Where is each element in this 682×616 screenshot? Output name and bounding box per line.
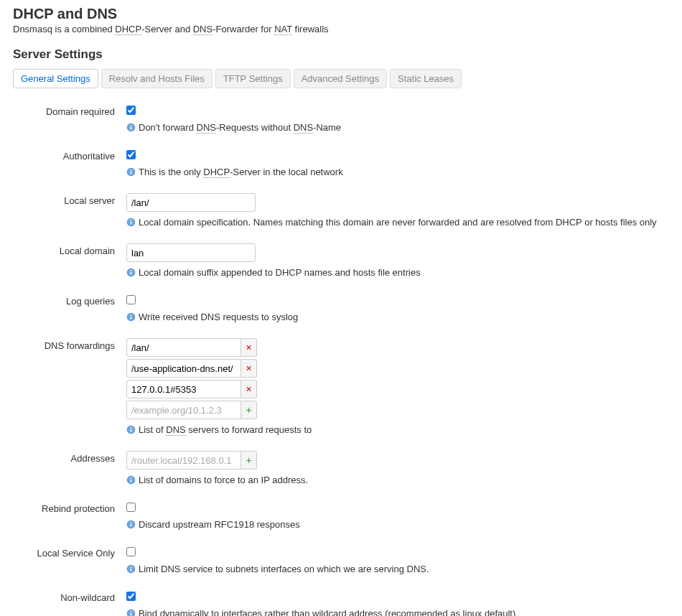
hint-addresses: List of domains to force to an IP addres… [139, 475, 308, 485]
input-dns-forwardings-2[interactable] [126, 380, 241, 398]
checkbox-non-wildcard[interactable] [126, 592, 136, 601]
tab-static-leases[interactable]: Static Leases [390, 69, 462, 88]
tab-general-settings[interactable]: General Settings [13, 69, 98, 88]
label-local-server: Local server [13, 193, 126, 206]
remove-button[interactable]: × [241, 359, 257, 378]
label-local-service-only: Local Service Only [13, 546, 126, 559]
tab-advanced-settings[interactable]: Advanced Settings [294, 69, 387, 88]
checkbox-domain-required[interactable] [126, 106, 136, 115]
info-icon [126, 475, 136, 485]
add-button[interactable]: + [241, 401, 257, 419]
input-dns-forwardings-1[interactable] [126, 359, 241, 378]
abbr-nat: NAT [274, 24, 292, 35]
label-dns-forwardings: DNS forwardings [13, 338, 126, 351]
label-authoritative: Authoritative [13, 149, 126, 162]
label-rebind-protection: Rebind protection [13, 501, 126, 514]
info-icon [126, 167, 136, 177]
page-title: DHCP and DNS [13, 6, 669, 22]
remove-button[interactable]: × [241, 380, 257, 398]
hint-non-wildcard: Bind dynamically to interfaces rather th… [139, 608, 515, 616]
hint-log-queries: Write received DNS requests to syslog [139, 312, 298, 322]
info-icon [126, 123, 136, 132]
label-non-wildcard: Non-wildcard [13, 590, 126, 603]
tab-resolv-hosts[interactable]: Resolv and Hosts Files [101, 69, 212, 88]
info-icon [126, 218, 136, 227]
remove-button[interactable]: × [241, 338, 257, 357]
checkbox-authoritative[interactable] [126, 150, 136, 159]
label-domain-required: Domain required [13, 104, 126, 117]
info-icon [126, 564, 136, 574]
info-icon [126, 609, 136, 616]
hint-local-domain: Local domain suffix appended to DHCP nam… [139, 267, 421, 278]
server-settings-title: Server Settings [13, 47, 669, 62]
page-description: Dnsmasq is a combined DHCP-Server and DN… [13, 24, 669, 34]
hint-local-service-only: Limit DNS service to subnets interfaces … [139, 564, 429, 574]
abbr-dhcp: DHCP [115, 24, 141, 35]
checkbox-rebind-protection[interactable] [126, 503, 136, 512]
input-addresses-add[interactable] [126, 451, 241, 470]
input-dns-forwardings-0[interactable] [126, 338, 241, 357]
input-local-domain[interactable] [126, 243, 256, 262]
info-icon [126, 268, 136, 277]
label-log-queries: Log queries [13, 294, 126, 307]
info-icon [126, 425, 136, 434]
checkbox-local-service-only[interactable] [126, 547, 136, 556]
checkbox-log-queries[interactable] [126, 295, 136, 304]
info-icon [126, 312, 136, 322]
label-addresses: Addresses [13, 451, 126, 464]
abbr-dns: DNS [193, 24, 212, 35]
hint-rebind-protection: Discard upstream RFC1918 responses [139, 519, 300, 530]
tab-tftp-settings[interactable]: TFTP Settings [215, 69, 291, 88]
label-local-domain: Local domain [13, 243, 126, 256]
tabs: General Settings Resolv and Hosts Files … [13, 69, 669, 88]
add-button[interactable]: + [241, 451, 257, 470]
info-icon [126, 520, 136, 529]
input-dns-forwardings-add[interactable] [126, 401, 241, 419]
input-local-server[interactable] [126, 193, 256, 212]
hint-local-server: Local domain specification. Names matchi… [139, 217, 657, 228]
